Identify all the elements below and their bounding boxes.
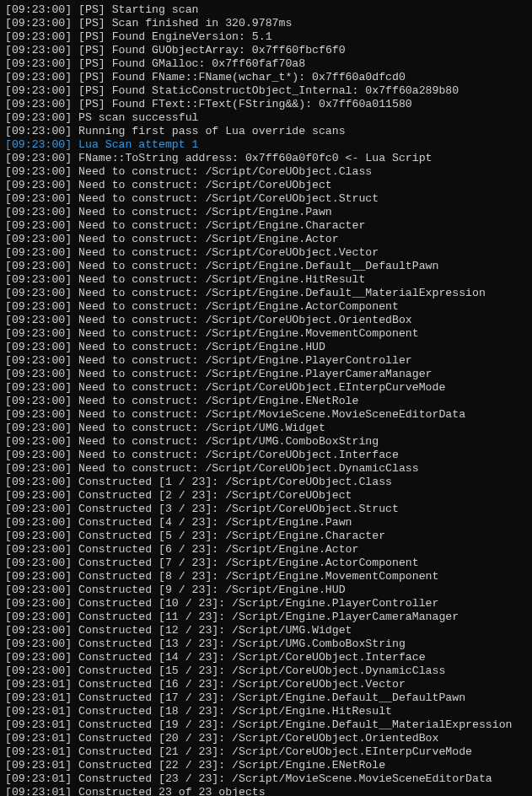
log-timestamp: [09:23:01] [5, 786, 72, 796]
log-line: [09:23:00] Constructed [8 / 23]: /Script… [5, 570, 527, 584]
log-message: Constructed [5 / 23]: /Script/Engine.Cha… [78, 530, 385, 542]
log-timestamp: [09:23:00] [5, 381, 72, 394]
log-tag: [PS] [78, 44, 105, 56]
log-timestamp: [09:23:00] [5, 354, 72, 367]
log-line: [09:23:00] FName::ToString address: 0x7f… [5, 152, 527, 165]
log-message: Constructed [4 / 23]: /Script/Engine.Paw… [78, 516, 352, 529]
log-timestamp: [09:23:00] [5, 610, 72, 623]
log-message: Constructed [18 / 23]: /Script/Engine.Hi… [78, 705, 392, 718]
log-line: [09:23:01] Constructed 23 of 23 objects [5, 786, 527, 796]
log-timestamp: [09:23:00] [5, 98, 72, 110]
log-message: Constructed [21 / 23]: /Script/CoreUObje… [78, 745, 472, 758]
log-message: Need to construct: /Script/Engine.Pawn [78, 206, 332, 218]
log-line: [09:23:01] Constructed [21 / 23]: /Scrip… [5, 745, 527, 759]
log-tag: [PS] [78, 30, 105, 43]
log-message: Found EngineVersion: 5.1 [112, 30, 272, 43]
log-line: [09:23:00] [PS] Found GMalloc: 0x7ff60fa… [5, 57, 527, 71]
log-line: [09:23:00] Need to construct: /Script/En… [5, 233, 527, 246]
log-line: [09:23:01] Constructed [17 / 23]: /Scrip… [5, 691, 527, 705]
log-line: [09:23:00] Need to construct: /Script/Co… [5, 192, 527, 206]
log-timestamp: [09:23:00] [5, 516, 72, 529]
log-message: Found GMalloc: 0x7ff60faf70a8 [112, 57, 306, 70]
log-message: Need to construct: /Script/Engine.ActorC… [78, 300, 399, 313]
log-timestamp: [09:23:00] [5, 111, 72, 124]
log-message: Need to construct: /Script/CoreUObject.V… [78, 246, 379, 259]
log-timestamp: [09:23:01] [5, 772, 72, 785]
log-line: [09:23:00] Need to construct: /Script/Co… [5, 246, 527, 260]
log-message: Need to construct: /Script/CoreUObject.C… [78, 165, 372, 178]
log-line: [09:23:00] Lua Scan attempt 1 [5, 138, 527, 152]
log-timestamp: [09:23:00] [5, 637, 72, 650]
log-message: Constructed [10 / 23]: /Script/Engine.Pl… [78, 597, 438, 610]
log-timestamp: [09:23:00] [5, 219, 72, 232]
log-message: Constructed [23 / 23]: /Script/MovieScen… [78, 772, 492, 785]
log-message: Need to construct: /Script/Engine.HUD [78, 341, 325, 353]
log-message: Need to construct: /Script/UMG.ComboBoxS… [78, 435, 379, 448]
log-line: [09:23:00] Need to construct: /Script/Co… [5, 381, 527, 395]
log-timestamp: [09:23:00] [5, 557, 72, 569]
log-line: [09:23:00] Constructed [5 / 23]: /Script… [5, 530, 527, 543]
log-tag: [PS] [78, 71, 105, 83]
log-timestamp: [09:23:00] [5, 287, 72, 299]
log-message: Need to construct: /Script/CoreUObject [78, 179, 332, 191]
log-timestamp: [09:23:00] [5, 435, 72, 448]
log-line: [09:23:01] Constructed [19 / 23]: /Scrip… [5, 718, 527, 732]
log-message: Need to construct: /Script/CoreUObject.D… [78, 462, 419, 475]
log-timestamp: [09:23:00] [5, 30, 72, 43]
log-message: Constructed [16 / 23]: /Script/CoreUObje… [78, 678, 406, 691]
log-timestamp: [09:23:00] [5, 314, 72, 326]
log-tag: [PS] [78, 57, 105, 70]
log-timestamp: [09:23:00] [5, 179, 72, 191]
log-timestamp: [09:23:00] [5, 233, 72, 245]
log-line: [09:23:00] Constructed [14 / 23]: /Scrip… [5, 651, 527, 664]
log-timestamp: [09:23:01] [5, 745, 72, 758]
console-output: [09:23:00] [PS] Starting scan[09:23:00] … [0, 0, 532, 796]
log-message: Constructed [22 / 23]: /Script/Engine.EN… [78, 759, 385, 772]
log-timestamp: [09:23:01] [5, 705, 72, 718]
log-message: Need to construct: /Script/Engine.Actor [78, 233, 339, 245]
log-message: Constructed [2 / 23]: /Script/CoreUObjec… [78, 489, 352, 502]
log-timestamp: [09:23:00] [5, 395, 72, 407]
log-line: [09:23:00] Constructed [11 / 23]: /Scrip… [5, 610, 527, 624]
log-message: Need to construct: /Script/Engine.Defaul… [78, 287, 486, 299]
log-line: [09:23:00] Need to construct: /Script/Co… [5, 179, 527, 192]
log-line: [09:23:00] Need to construct: /Script/Co… [5, 314, 527, 327]
log-line: [09:23:01] Constructed [16 / 23]: /Scrip… [5, 678, 527, 691]
log-line: [09:23:00] [PS] Found GUObjectArray: 0x7… [5, 44, 527, 57]
log-timestamp: [09:23:00] [5, 476, 72, 488]
log-timestamp: [09:23:01] [5, 678, 72, 691]
log-line: [09:23:00] Constructed [12 / 23]: /Scrip… [5, 624, 527, 637]
log-line: [09:23:00] Need to construct: /Script/En… [5, 260, 527, 273]
log-timestamp: [09:23:00] [5, 664, 72, 677]
log-timestamp: [09:23:01] [5, 691, 72, 704]
log-message: Starting scan [112, 3, 199, 16]
log-timestamp: [09:23:00] [5, 570, 72, 583]
log-timestamp: [09:23:01] [5, 718, 72, 731]
log-timestamp: [09:23:00] [5, 3, 72, 16]
log-message: Constructed [3 / 23]: /Script/CoreUObjec… [78, 503, 399, 515]
log-timestamp: [09:23:00] [5, 44, 72, 56]
log-line: [09:23:00] Running first pass of Lua ove… [5, 125, 527, 138]
log-line: [09:23:00] Need to construct: /Script/En… [5, 206, 527, 219]
log-message: Need to construct: /Script/Engine.Player… [78, 368, 432, 380]
log-timestamp: [09:23:00] [5, 584, 72, 596]
log-message: Need to construct: /Script/CoreUObject.E… [78, 381, 445, 394]
log-timestamp: [09:23:00] [5, 341, 72, 353]
log-message: Constructed [20 / 23]: /Script/CoreUObje… [78, 732, 438, 745]
log-message: Constructed [9 / 23]: /Script/Engine.HUD [78, 584, 346, 596]
log-line: [09:23:00] Need to construct: /Script/Co… [5, 449, 527, 462]
log-timestamp: [09:23:00] [5, 57, 72, 70]
log-line: [09:23:00] Need to construct: /Script/En… [5, 368, 527, 381]
log-message: Constructed [1 / 23]: /Script/CoreUObjec… [78, 476, 392, 488]
log-timestamp: [09:23:01] [5, 732, 72, 745]
log-message: Found FName::FName(wchar_t*): 0x7ff60a0d… [112, 71, 406, 83]
log-line: [09:23:00] Constructed [4 / 23]: /Script… [5, 516, 527, 530]
log-message: Need to construct: /Script/Engine.Charac… [78, 219, 365, 232]
log-line: [09:23:01] Constructed [18 / 23]: /Scrip… [5, 705, 527, 718]
log-message: Constructed [7 / 23]: /Script/Engine.Act… [78, 557, 419, 569]
log-message: Constructed [15 / 23]: /Script/CoreUObje… [78, 664, 445, 677]
log-timestamp: [09:23:00] [5, 597, 72, 610]
log-timestamp: [09:23:00] [5, 206, 72, 218]
log-message: Constructed [17 / 23]: /Script/Engine.De… [78, 691, 465, 704]
log-message: Constructed [6 / 23]: /Script/Engine.Act… [78, 543, 358, 556]
